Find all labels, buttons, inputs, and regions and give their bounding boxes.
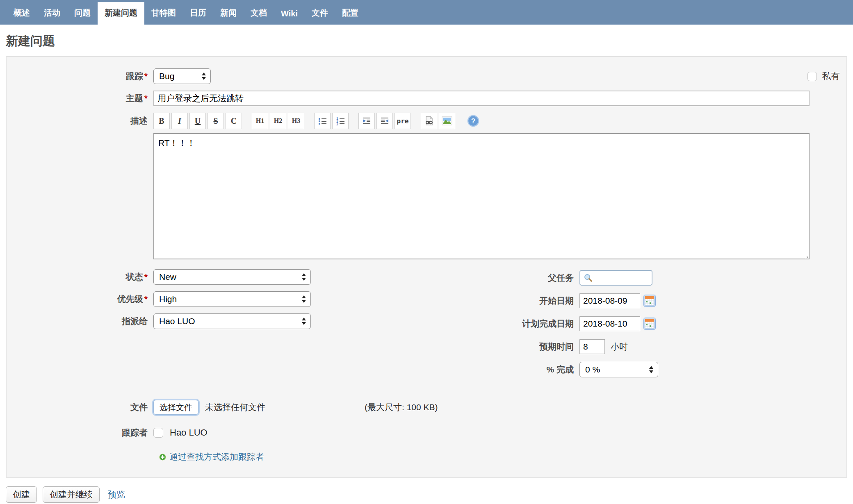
- estimated-time-label: 预期时间: [501, 339, 579, 354]
- tab-settings[interactable]: 配置: [335, 2, 365, 25]
- tracker-select[interactable]: Bug: [153, 68, 211, 84]
- private-field: 私有: [807, 70, 840, 82]
- attributes-section: 状态* New 优先级* High 指派给: [7, 269, 846, 392]
- assignee-value: Hao LUO: [159, 316, 195, 326]
- description-label: 描述: [7, 113, 153, 129]
- tab-issues[interactable]: 问题: [67, 2, 98, 25]
- tracker-row: 跟踪* Bug: [7, 68, 846, 84]
- assignee-row: 指派给 Hao LUO: [7, 313, 846, 329]
- preformatted-button[interactable]: pre: [395, 113, 411, 129]
- assignee-select[interactable]: Hao LUO: [153, 313, 311, 329]
- heading1-button[interactable]: H1: [252, 113, 268, 129]
- start-date-row: 开始日期: [501, 293, 658, 309]
- status-select[interactable]: New: [153, 269, 311, 285]
- add-watcher-row: 通过查找方式添加跟踪者: [159, 451, 846, 463]
- project-tab-bar: 概述 活动 问题 新建问题 甘特图 日历 新闻 文档 Wiki 文件 配置: [0, 0, 853, 25]
- choose-file-button[interactable]: 选择文件: [153, 400, 198, 415]
- max-size-text: (最大尺寸: 100 KB): [365, 402, 438, 413]
- parent-task-label: 父任务: [501, 270, 579, 286]
- updown-arrows-icon: [201, 73, 206, 80]
- subject-label: 主题*: [7, 91, 153, 106]
- indent-left-icon[interactable]: [376, 113, 393, 129]
- required-asterisk: *: [144, 272, 148, 282]
- priority-label: 优先级*: [7, 291, 153, 307]
- image-icon[interactable]: [439, 113, 455, 129]
- due-date-row: 计划完成日期: [501, 316, 658, 331]
- page-title: 新建问题: [6, 33, 847, 50]
- preview-link[interactable]: 预览: [108, 489, 125, 500]
- done-ratio-select[interactable]: 0 %: [579, 362, 658, 377]
- create-and-continue-button[interactable]: 创建并继续: [43, 486, 100, 503]
- done-ratio-value: 0 %: [585, 365, 600, 375]
- estimated-time-input[interactable]: [579, 339, 605, 354]
- priority-value: High: [159, 294, 177, 304]
- status-label: 状态*: [7, 269, 153, 285]
- text-formatting-toolbar: B I U S C H1 H2 H3 1 2 3: [153, 113, 483, 129]
- tracker-value: Bug: [159, 71, 174, 81]
- watcher-checkbox[interactable]: [153, 428, 163, 438]
- watchers-row: 跟踪者 Hao LUO: [7, 425, 846, 440]
- due-date-input[interactable]: [579, 316, 640, 331]
- tab-calendar[interactable]: 日历: [183, 2, 213, 25]
- parent-task-row: 父任务: [501, 270, 658, 286]
- tab-new-issue[interactable]: 新建问题: [98, 2, 144, 25]
- new-issue-form: 私有 跟踪* Bug 主题* 描述 B I U S C H1 H2: [6, 56, 847, 478]
- bold-button[interactable]: B: [153, 113, 170, 129]
- svg-text:3: 3: [336, 123, 338, 126]
- tab-documents[interactable]: 文档: [244, 2, 274, 25]
- estimated-time-unit: 小时: [611, 341, 628, 352]
- tab-files[interactable]: 文件: [305, 2, 335, 25]
- svg-text:?: ?: [471, 117, 475, 125]
- tracker-label: 跟踪*: [7, 68, 153, 84]
- calendar-icon[interactable]: [643, 295, 656, 307]
- watchers-label: 跟踪者: [7, 425, 153, 440]
- files-label: 文件: [7, 400, 153, 415]
- indent-right-icon[interactable]: [358, 113, 375, 129]
- help-icon[interactable]: ?: [465, 113, 481, 129]
- strikethrough-button[interactable]: S: [208, 113, 224, 129]
- required-asterisk: *: [144, 93, 148, 103]
- italic-button[interactable]: I: [171, 113, 188, 129]
- status-value: New: [159, 272, 176, 282]
- done-ratio-row: % 完成 0 %: [501, 362, 658, 377]
- tab-news[interactable]: 新闻: [213, 2, 244, 25]
- parent-task-input[interactable]: [579, 270, 652, 286]
- form-actions: 创建 创建并继续 预览: [6, 486, 847, 503]
- unordered-list-icon[interactable]: [314, 113, 331, 129]
- required-asterisk: *: [144, 71, 148, 81]
- calendar-icon[interactable]: [643, 318, 656, 330]
- code-button[interactable]: C: [226, 113, 242, 129]
- heading2-button[interactable]: H2: [270, 113, 286, 129]
- heading3-button[interactable]: H3: [288, 113, 304, 129]
- description-textarea[interactable]: RT！！！: [153, 133, 810, 259]
- private-checkbox[interactable]: [807, 72, 817, 81]
- updown-arrows-icon: [301, 295, 306, 303]
- private-label: 私有: [822, 70, 840, 82]
- start-date-input[interactable]: [579, 293, 640, 308]
- due-date-label: 计划完成日期: [501, 316, 579, 331]
- add-watcher-link[interactable]: 通过查找方式添加跟踪者: [169, 451, 264, 463]
- tab-overview[interactable]: 概述: [7, 2, 37, 25]
- updown-arrows-icon: [301, 318, 306, 325]
- create-button[interactable]: 创建: [6, 486, 37, 503]
- tab-wiki[interactable]: Wiki: [274, 4, 305, 25]
- search-icon: [584, 273, 593, 282]
- files-row: 文件 选择文件 未选择任何文件 (最大尺寸: 100 KB): [7, 400, 846, 415]
- subject-row: 主题*: [7, 91, 846, 106]
- estimated-time-row: 预期时间 小时: [501, 339, 658, 354]
- ordered-list-icon[interactable]: 1 2 3: [332, 113, 349, 129]
- tab-gantt[interactable]: 甘特图: [144, 2, 183, 25]
- tab-activity[interactable]: 活动: [37, 2, 67, 25]
- underline-button[interactable]: U: [189, 113, 206, 129]
- attributes-left-column: 状态* New 优先级* High 指派给: [7, 269, 846, 329]
- attributes-right-column: 父任务 开始日期: [501, 270, 658, 384]
- status-row: 状态* New: [7, 269, 846, 285]
- no-file-selected-text: 未选择任何文件: [205, 402, 265, 413]
- priority-row: 优先级* High: [7, 291, 846, 307]
- assignee-label: 指派给: [7, 313, 153, 329]
- add-icon: [159, 454, 166, 461]
- subject-input[interactable]: [153, 91, 810, 106]
- priority-select[interactable]: High: [153, 291, 311, 307]
- description-toolbar-row: 描述 B I U S C H1 H2 H3 1 2 3: [7, 113, 846, 129]
- link-icon[interactable]: [421, 113, 437, 129]
